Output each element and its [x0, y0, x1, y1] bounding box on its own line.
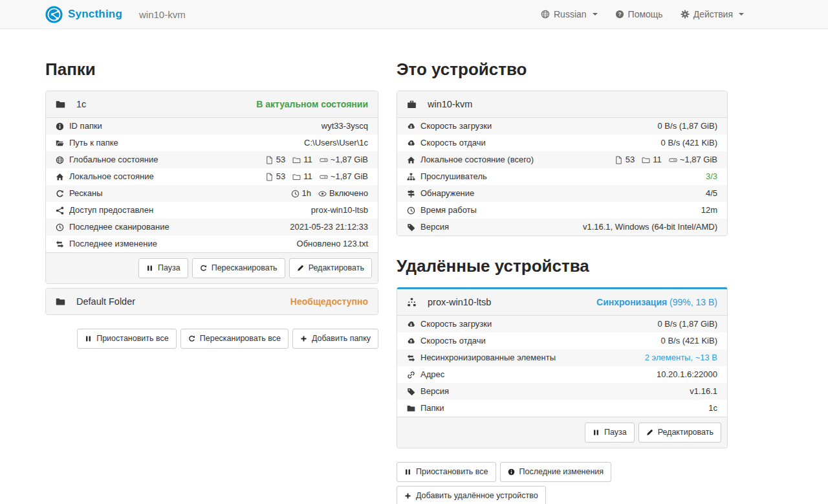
folder-icon-slot	[56, 297, 65, 307]
table-row: Скорость загрузки0 B/s (1,87 GiB)	[397, 316, 727, 333]
row-label: Ресканы	[56, 188, 103, 199]
help-menu[interactable]: Помощь	[615, 9, 663, 19]
refresh-icon	[56, 190, 64, 198]
folder-panel-header-1c[interactable]: 1c В актуальном состоянии	[46, 91, 378, 118]
row-value: 10.20.1.6:22000	[657, 369, 717, 380]
network-icon	[407, 298, 417, 307]
row-label: Скорость отдачи	[407, 335, 486, 347]
main-content: Папки 1c В актуальном состоянии ID папки…	[45, 29, 728, 504]
table-row: Скорость отдачи0 B/s (421 KiB)	[397, 135, 727, 151]
exchange-icon	[407, 354, 415, 362]
button-label: Пауза	[604, 427, 627, 438]
clock-icon	[291, 190, 300, 198]
language-menu[interactable]: Russian	[541, 9, 598, 19]
row-label: Скорость загрузки	[407, 120, 492, 132]
button-label: Последние изменения	[519, 466, 604, 477]
row-label: Доступ предоставлен	[56, 204, 153, 216]
syncthing-logo-icon	[45, 6, 63, 23]
button-label: Пересканировать	[212, 263, 278, 274]
table-row: Время работы12m	[397, 202, 727, 219]
row-value: 0 B/s (421 KiB)	[661, 335, 717, 347]
value-part: 11	[642, 154, 662, 166]
link-icon	[407, 371, 415, 379]
add-remote-device-button[interactable]: Добавить удалённое устройство	[397, 486, 546, 504]
table-row: Версияv1.16.1, Windows (64-bit Intel/AMD…	[397, 219, 727, 236]
pause-icon	[85, 335, 92, 342]
pause-icon	[593, 429, 600, 436]
exchange-icon	[56, 240, 64, 248]
pause-folder-button[interactable]: Пауза	[138, 258, 188, 278]
row-label: Версия	[407, 221, 449, 233]
row-value: wyt33-3yscq	[321, 120, 368, 132]
value-part: 53	[265, 171, 285, 182]
table-row: Прослушиватель3/3	[397, 168, 727, 185]
file-icon	[265, 156, 274, 164]
table-row: Папки1c	[397, 400, 727, 417]
row-value: v1.16.1, Windows (64-bit Intel/AMD)	[583, 221, 717, 233]
recent-changes-button[interactable]: Последние изменения	[500, 462, 612, 482]
row-label: Прослушиватель	[407, 171, 487, 182]
device-status-main: Синхронизация	[596, 297, 667, 307]
brand: Syncthing	[45, 6, 122, 23]
button-label: Редактировать	[309, 263, 364, 274]
rescan-folder-button[interactable]: Пересканировать	[192, 258, 285, 278]
globe-icon	[56, 156, 64, 164]
rescan-all-folders-button[interactable]: Пересканировать все	[180, 329, 289, 349]
tag-icon	[407, 223, 415, 232]
refresh-icon	[188, 335, 195, 342]
folder-panel-default: Default Folder Необщедоступно	[45, 288, 378, 315]
value-part: ~1,87 GiB	[320, 154, 368, 166]
edit-device-button[interactable]: Редактировать	[638, 422, 721, 443]
table-row: Локальное состояние5311~1,87 GiB	[46, 168, 378, 185]
pencil-icon	[646, 429, 653, 436]
navbar: Syncthing win10-kvm Russian Помощь Дейст…	[0, 0, 828, 29]
table-row: Версияv1.16.1	[397, 383, 727, 400]
table-row: Глобальное состояние5311~1,87 GiB	[46, 151, 378, 168]
row-label: Адрес	[407, 369, 444, 380]
pause-all-devices-button[interactable]: Приостановить все	[397, 462, 496, 482]
file-icon	[615, 156, 623, 164]
language-menu-label: Russian	[554, 9, 587, 19]
this-device-details-table: Скорость загрузки0 B/s (1,87 GiB)Скорост…	[397, 118, 727, 236]
this-device-heading: Это устройство	[397, 60, 728, 80]
folders-heading: Папки	[45, 60, 378, 80]
navbar-device-name: win10-kvm	[139, 9, 186, 20]
home-icon	[56, 173, 64, 181]
edit-folder-button[interactable]: Редактировать	[289, 258, 372, 278]
globe-icon-slot	[541, 10, 550, 19]
folder-panel-header-default[interactable]: Default Folder Необщедоступно	[46, 289, 378, 314]
this-device-panel-header[interactable]: win10-kvm	[397, 91, 727, 118]
folders-actions-row: Приостановить всеПересканировать всеДоба…	[45, 329, 378, 349]
pause-all-folders-button[interactable]: Приостановить все	[77, 329, 177, 349]
pause-device-button[interactable]: Пауза	[585, 422, 635, 443]
devices-actions-row: Приостановить всеПоследние измененияДоба…	[397, 462, 728, 504]
row-value: prox-win10-ltsb	[311, 204, 368, 216]
folder-o-icon	[642, 156, 650, 164]
table-row: Обнаружение4/5	[397, 185, 727, 202]
value-part: Включено	[318, 188, 368, 199]
sitemap-icon	[407, 173, 415, 181]
clock-icon	[407, 206, 415, 215]
value-part: 1h	[291, 188, 311, 199]
row-value: 0 B/s (1,87 GiB)	[658, 120, 717, 132]
pencil-icon	[297, 265, 304, 272]
add-folder-button[interactable]: Добавить папку	[292, 329, 378, 349]
actions-menu-label: Действия	[693, 9, 733, 19]
info-icon	[56, 122, 64, 131]
remote-device-panel-header[interactable]: prox-win10-ltsb Синхронизация (99%, 13 B…	[397, 289, 727, 316]
refresh-icon	[200, 265, 207, 272]
folder-icon	[56, 100, 65, 109]
actions-menu[interactable]: Действия	[681, 9, 744, 19]
row-value[interactable]: 2 элементы, ~13 B	[645, 352, 717, 364]
row-label: Версия	[407, 386, 449, 397]
button-label: Добавить удалённое устройство	[416, 490, 538, 501]
share-icon	[56, 206, 64, 215]
device-icon-slot	[407, 100, 417, 109]
row-value: 5311~1,87 GiB	[265, 171, 368, 182]
row-value: 1c	[708, 402, 717, 414]
question-icon-slot	[615, 10, 624, 19]
row-value: 5311~1,87 GiB	[615, 154, 717, 166]
row-value: 0 B/s (421 KiB)	[661, 137, 717, 149]
row-value: 2021-05-23 21:12:33	[290, 221, 368, 233]
button-label: Пауза	[158, 263, 180, 274]
